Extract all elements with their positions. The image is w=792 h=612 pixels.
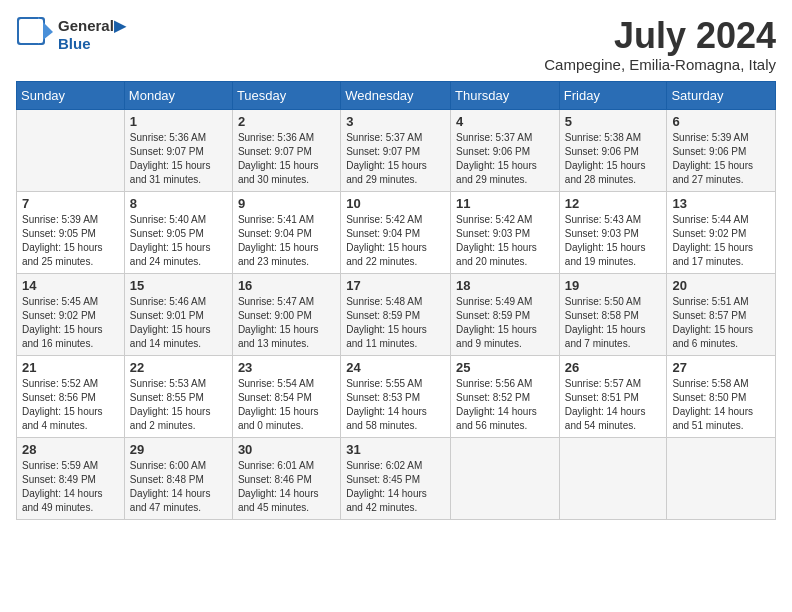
- calendar-cell: 9Sunrise: 5:41 AMSunset: 9:04 PMDaylight…: [232, 191, 340, 273]
- calendar-cell: 28Sunrise: 5:59 AMSunset: 8:49 PMDayligh…: [17, 437, 125, 519]
- calendar-cell: 24Sunrise: 5:55 AMSunset: 8:53 PMDayligh…: [341, 355, 451, 437]
- day-number: 4: [456, 114, 554, 129]
- calendar-cell: 29Sunrise: 6:00 AMSunset: 8:48 PMDayligh…: [124, 437, 232, 519]
- calendar-cell: 16Sunrise: 5:47 AMSunset: 9:00 PMDayligh…: [232, 273, 340, 355]
- day-info: Sunrise: 5:56 AMSunset: 8:52 PMDaylight:…: [456, 377, 554, 433]
- day-info: Sunrise: 5:51 AMSunset: 8:57 PMDaylight:…: [672, 295, 770, 351]
- calendar-cell: 25Sunrise: 5:56 AMSunset: 8:52 PMDayligh…: [451, 355, 560, 437]
- day-number: 11: [456, 196, 554, 211]
- day-info: Sunrise: 5:37 AMSunset: 9:07 PMDaylight:…: [346, 131, 445, 187]
- calendar-subtitle: Campegine, Emilia-Romagna, Italy: [544, 56, 776, 73]
- logo-svg-icon: [16, 16, 54, 54]
- calendar-cell: 2Sunrise: 5:36 AMSunset: 9:07 PMDaylight…: [232, 109, 340, 191]
- logo-text-block: General▶ Blue: [58, 17, 126, 53]
- day-number: 30: [238, 442, 335, 457]
- day-number: 28: [22, 442, 119, 457]
- calendar-table: SundayMondayTuesdayWednesdayThursdayFrid…: [16, 81, 776, 520]
- calendar-week-3: 14Sunrise: 5:45 AMSunset: 9:02 PMDayligh…: [17, 273, 776, 355]
- day-info: Sunrise: 5:44 AMSunset: 9:02 PMDaylight:…: [672, 213, 770, 269]
- calendar-cell: 31Sunrise: 6:02 AMSunset: 8:45 PMDayligh…: [341, 437, 451, 519]
- calendar-cell: 13Sunrise: 5:44 AMSunset: 9:02 PMDayligh…: [667, 191, 776, 273]
- day-info: Sunrise: 5:52 AMSunset: 8:56 PMDaylight:…: [22, 377, 119, 433]
- weekday-header-thursday: Thursday: [451, 81, 560, 109]
- day-info: Sunrise: 5:39 AMSunset: 9:05 PMDaylight:…: [22, 213, 119, 269]
- calendar-cell: 22Sunrise: 5:53 AMSunset: 8:55 PMDayligh…: [124, 355, 232, 437]
- day-info: Sunrise: 5:46 AMSunset: 9:01 PMDaylight:…: [130, 295, 227, 351]
- logo-wrap: General▶ Blue: [16, 16, 126, 54]
- calendar-cell: 12Sunrise: 5:43 AMSunset: 9:03 PMDayligh…: [559, 191, 667, 273]
- day-number: 18: [456, 278, 554, 293]
- calendar-cell: 8Sunrise: 5:40 AMSunset: 9:05 PMDaylight…: [124, 191, 232, 273]
- day-number: 24: [346, 360, 445, 375]
- day-info: Sunrise: 5:45 AMSunset: 9:02 PMDaylight:…: [22, 295, 119, 351]
- day-number: 3: [346, 114, 445, 129]
- day-info: Sunrise: 5:58 AMSunset: 8:50 PMDaylight:…: [672, 377, 770, 433]
- day-info: Sunrise: 5:59 AMSunset: 8:49 PMDaylight:…: [22, 459, 119, 515]
- day-info: Sunrise: 6:02 AMSunset: 8:45 PMDaylight:…: [346, 459, 445, 515]
- day-info: Sunrise: 5:37 AMSunset: 9:06 PMDaylight:…: [456, 131, 554, 187]
- day-info: Sunrise: 5:57 AMSunset: 8:51 PMDaylight:…: [565, 377, 662, 433]
- day-number: 12: [565, 196, 662, 211]
- calendar-cell: 11Sunrise: 5:42 AMSunset: 9:03 PMDayligh…: [451, 191, 560, 273]
- weekday-header-sunday: Sunday: [17, 81, 125, 109]
- day-number: 20: [672, 278, 770, 293]
- day-number: 10: [346, 196, 445, 211]
- calendar-cell: 14Sunrise: 5:45 AMSunset: 9:02 PMDayligh…: [17, 273, 125, 355]
- day-info: Sunrise: 5:38 AMSunset: 9:06 PMDaylight:…: [565, 131, 662, 187]
- weekday-header-wednesday: Wednesday: [341, 81, 451, 109]
- calendar-cell: 27Sunrise: 5:58 AMSunset: 8:50 PMDayligh…: [667, 355, 776, 437]
- day-number: 6: [672, 114, 770, 129]
- day-info: Sunrise: 5:42 AMSunset: 9:03 PMDaylight:…: [456, 213, 554, 269]
- calendar-cell: 18Sunrise: 5:49 AMSunset: 8:59 PMDayligh…: [451, 273, 560, 355]
- day-info: Sunrise: 5:54 AMSunset: 8:54 PMDaylight:…: [238, 377, 335, 433]
- day-info: Sunrise: 5:43 AMSunset: 9:03 PMDaylight:…: [565, 213, 662, 269]
- calendar-cell: 17Sunrise: 5:48 AMSunset: 8:59 PMDayligh…: [341, 273, 451, 355]
- day-number: 22: [130, 360, 227, 375]
- calendar-cell: 5Sunrise: 5:38 AMSunset: 9:06 PMDaylight…: [559, 109, 667, 191]
- calendar-week-2: 7Sunrise: 5:39 AMSunset: 9:05 PMDaylight…: [17, 191, 776, 273]
- calendar-cell: 19Sunrise: 5:50 AMSunset: 8:58 PMDayligh…: [559, 273, 667, 355]
- weekday-header-friday: Friday: [559, 81, 667, 109]
- calendar-cell: [667, 437, 776, 519]
- calendar-cell: 20Sunrise: 5:51 AMSunset: 8:57 PMDayligh…: [667, 273, 776, 355]
- calendar-cell: [17, 109, 125, 191]
- day-number: 25: [456, 360, 554, 375]
- calendar-cell: 4Sunrise: 5:37 AMSunset: 9:06 PMDaylight…: [451, 109, 560, 191]
- svg-rect-2: [19, 19, 43, 43]
- weekday-header-saturday: Saturday: [667, 81, 776, 109]
- calendar-cell: 21Sunrise: 5:52 AMSunset: 8:56 PMDayligh…: [17, 355, 125, 437]
- day-number: 13: [672, 196, 770, 211]
- day-number: 27: [672, 360, 770, 375]
- day-info: Sunrise: 5:36 AMSunset: 9:07 PMDaylight:…: [130, 131, 227, 187]
- day-number: 8: [130, 196, 227, 211]
- day-number: 9: [238, 196, 335, 211]
- calendar-week-4: 21Sunrise: 5:52 AMSunset: 8:56 PMDayligh…: [17, 355, 776, 437]
- calendar-cell: 3Sunrise: 5:37 AMSunset: 9:07 PMDaylight…: [341, 109, 451, 191]
- day-info: Sunrise: 5:48 AMSunset: 8:59 PMDaylight:…: [346, 295, 445, 351]
- day-number: 16: [238, 278, 335, 293]
- day-info: Sunrise: 5:36 AMSunset: 9:07 PMDaylight:…: [238, 131, 335, 187]
- title-area: July 2024 Campegine, Emilia-Romagna, Ita…: [544, 16, 776, 73]
- calendar-cell: 7Sunrise: 5:39 AMSunset: 9:05 PMDaylight…: [17, 191, 125, 273]
- weekday-header-monday: Monday: [124, 81, 232, 109]
- calendar-cell: 15Sunrise: 5:46 AMSunset: 9:01 PMDayligh…: [124, 273, 232, 355]
- calendar-cell: 30Sunrise: 6:01 AMSunset: 8:46 PMDayligh…: [232, 437, 340, 519]
- calendar-week-1: 1Sunrise: 5:36 AMSunset: 9:07 PMDaylight…: [17, 109, 776, 191]
- calendar-cell: 6Sunrise: 5:39 AMSunset: 9:06 PMDaylight…: [667, 109, 776, 191]
- calendar-cell: 10Sunrise: 5:42 AMSunset: 9:04 PMDayligh…: [341, 191, 451, 273]
- day-info: Sunrise: 6:00 AMSunset: 8:48 PMDaylight:…: [130, 459, 227, 515]
- calendar-cell: [451, 437, 560, 519]
- day-number: 14: [22, 278, 119, 293]
- calendar-title: July 2024: [544, 16, 776, 56]
- day-info: Sunrise: 5:49 AMSunset: 8:59 PMDaylight:…: [456, 295, 554, 351]
- day-info: Sunrise: 6:01 AMSunset: 8:46 PMDaylight:…: [238, 459, 335, 515]
- calendar-cell: 1Sunrise: 5:36 AMSunset: 9:07 PMDaylight…: [124, 109, 232, 191]
- weekday-header-tuesday: Tuesday: [232, 81, 340, 109]
- day-number: 29: [130, 442, 227, 457]
- weekday-header-row: SundayMondayTuesdayWednesdayThursdayFrid…: [17, 81, 776, 109]
- calendar-cell: [559, 437, 667, 519]
- day-number: 15: [130, 278, 227, 293]
- day-number: 5: [565, 114, 662, 129]
- logo: General▶ Blue: [16, 16, 126, 54]
- day-number: 19: [565, 278, 662, 293]
